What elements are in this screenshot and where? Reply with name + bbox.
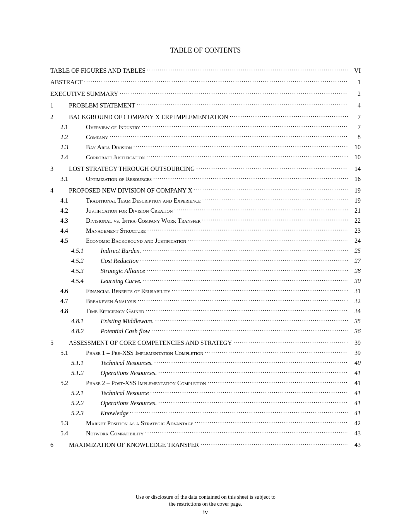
toc-body: TABLE OF FIGURES AND TABLESVIABSTRACT1EX… — [50, 66, 361, 450]
toc-leader-dots — [234, 339, 348, 345]
toc-entry-page: 19 — [350, 186, 361, 195]
toc-entry-number: 4.8.2 — [71, 327, 93, 336]
toc-entry-page: 32 — [350, 297, 361, 306]
toc-entry-page: 14 — [350, 164, 361, 174]
toc-entry-number: 4.3 — [60, 216, 78, 225]
toc-entry-page: 7 — [350, 123, 361, 132]
toc-entry-page: 39 — [350, 338, 361, 348]
toc-entry-number: 4.8.1 — [71, 317, 93, 326]
toc-entry-title: Phase 2 – Post-XSS Implementation Comple… — [86, 379, 206, 388]
toc-entry: 4.4Management Structure23 — [60, 226, 361, 235]
toc-entry: 5.2.1Technical Resource41 — [71, 389, 361, 398]
toc-entry-page: 19 — [350, 196, 361, 205]
toc-entry-title: Justification for Division Creation — [86, 206, 173, 215]
toc-entry: 1PROBLEM STATEMENT4 — [50, 101, 361, 110]
toc-entry-number: 4 — [50, 186, 61, 195]
toc-leader-dots — [151, 389, 348, 395]
toc-entry-page: 41 — [350, 389, 361, 398]
toc-entry-page: 8 — [350, 133, 361, 142]
toc-entry-page: 10 — [350, 143, 361, 152]
toc-entry-page: 36 — [350, 327, 361, 336]
toc-entry-title: Management Structure — [86, 226, 146, 235]
toc-entry-title: Technical Resource — [101, 389, 149, 398]
toc-entry-title: Knowledge — [101, 409, 128, 418]
toc-entry-page: 27 — [350, 256, 361, 266]
toc-entry-title: Company — [86, 133, 108, 142]
toc-entry: 4.5.4Learning Curve.30 — [71, 276, 361, 286]
toc-entry-number: 5 — [50, 338, 61, 348]
toc-entry: 2.2Company8 — [60, 133, 361, 142]
toc-entry-title: Optimization of Resources — [86, 174, 152, 184]
toc-entry-number: 4.5 — [60, 236, 78, 246]
toc-entry-page: 21 — [350, 206, 361, 215]
toc-entry: 5.1.2Operations Resources.41 — [71, 368, 361, 378]
toc-leader-dots — [147, 66, 348, 73]
toc-entry-title: PROBLEM STATEMENT — [69, 101, 135, 110]
toc-entry-title: Operations Resources. — [101, 368, 157, 378]
toc-entry-number: 4.8 — [60, 307, 78, 316]
page-number: iv — [50, 508, 361, 517]
toc-entry: 2.4Corporate Justification10 — [60, 153, 361, 162]
toc-leader-dots — [197, 165, 349, 171]
page-footer: Use or disclosure of the data contained … — [50, 494, 361, 517]
toc-leader-dots — [137, 101, 348, 107]
toc-leader-dots — [202, 196, 348, 203]
toc-entry-page: 35 — [350, 317, 361, 326]
toc-entry-number: 4.4 — [60, 226, 78, 235]
toc-entry-page: 22 — [350, 216, 361, 225]
toc-leader-dots — [134, 143, 348, 149]
page: TABLE OF CONTENTS TABLE OF FIGURES AND T… — [0, 0, 411, 532]
toc-entry: 4.2Justification for Division Creation21 — [60, 206, 361, 215]
toc-entry-title: Indirect Burden. — [101, 246, 141, 256]
toc-entry-page: 10 — [350, 153, 361, 162]
toc-leader-dots — [84, 78, 348, 84]
toc-entry-number: 5.2.2 — [71, 399, 93, 408]
toc-entry-title: Overview of Industry — [86, 123, 140, 132]
toc-entry: EXECUTIVE SUMMARY2 — [50, 89, 361, 99]
toc-entry-title: ASSESSMENT OF CORE COMPETENCIES AND STRA… — [69, 338, 232, 348]
toc-entry-page: 1 — [350, 78, 361, 87]
toc-entry-title: Strategic Alliance — [101, 266, 145, 276]
toc-entry-number: 5.3 — [60, 419, 78, 428]
toc-entry: 4.5.2Cost Reduction27 — [71, 256, 361, 266]
toc-entry-number: 5.2 — [60, 379, 78, 388]
toc-entry-title: TABLE OF FIGURES AND TABLES — [50, 66, 146, 75]
toc-leader-dots — [142, 123, 348, 129]
toc-entry: 4.3Divisional vs. Intra-Company Work Tra… — [60, 216, 361, 225]
toc-entry-title: ABSTRACT — [50, 78, 83, 87]
toc-entry-number: 5.2.1 — [71, 389, 93, 398]
toc-entry-number: 2.2 — [60, 133, 78, 142]
footer-line-1: Use or disclosure of the data contained … — [50, 494, 361, 501]
toc-heading: TABLE OF CONTENTS — [50, 46, 361, 55]
toc-leader-dots — [146, 153, 348, 159]
toc-entry: 4.5.1Indirect Burden.25 — [71, 246, 361, 256]
toc-entry-page: 30 — [350, 276, 361, 286]
toc-entry-number: 4.6 — [60, 286, 78, 296]
toc-leader-dots — [120, 90, 348, 96]
toc-entry-number: 4.7 — [60, 297, 78, 306]
toc-leader-dots — [194, 186, 348, 193]
toc-entry: 4.8.2Potential Cash flow36 — [71, 327, 361, 336]
toc-entry-number: 3 — [50, 164, 61, 174]
toc-entry-title: Learning Curve. — [101, 276, 142, 286]
toc-entry-page: 39 — [350, 348, 361, 358]
toc-leader-dots — [147, 227, 348, 233]
toc-entry-number: 5.1.1 — [71, 358, 93, 368]
toc-leader-dots — [195, 419, 348, 425]
toc-entry: 4.6Financial Benefits of Reusability31 — [60, 286, 361, 296]
toc-entry-title: EXECUTIVE SUMMARY — [50, 89, 118, 99]
toc-entry: 4.5Economic Background and Justification… — [60, 236, 361, 246]
toc-entry: 4.7Breakeven Analysis32 — [60, 297, 361, 306]
toc-entry-number: 4.5.4 — [71, 276, 93, 286]
toc-entry-page: 40 — [350, 358, 361, 368]
toc-entry-title: Divisional vs. Intra-Company Work Transf… — [86, 216, 200, 225]
toc-leader-dots — [153, 175, 348, 181]
toc-entry-title: Market Position as a Strategic Advantage — [86, 419, 193, 428]
toc-leader-dots — [202, 217, 348, 223]
toc-entry-title: Traditional Team Description and Experie… — [86, 196, 201, 205]
footer-line-2: the restrictions on the cover page. — [50, 501, 361, 508]
toc-entry-page: 41 — [350, 399, 361, 408]
toc-entry: ABSTRACT1 — [50, 78, 361, 87]
toc-leader-dots — [147, 267, 348, 273]
toc-entry-title: Cost Reduction — [101, 256, 139, 266]
